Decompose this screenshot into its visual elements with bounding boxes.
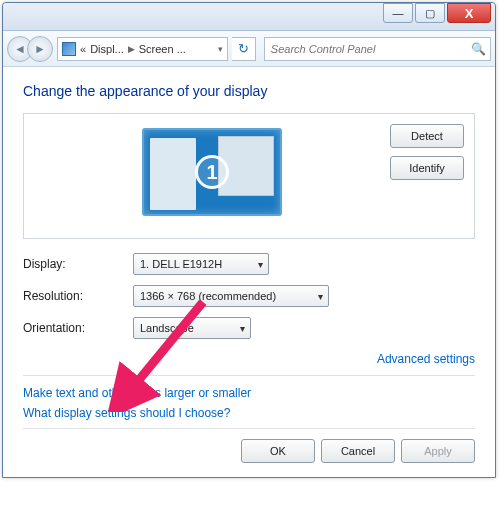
minimize-button[interactable]: — [383,3,413,23]
dialog-buttons: OK Cancel Apply [23,428,475,463]
breadcrumb-prefix: « [80,43,86,55]
monitor-thumbnail[interactable]: 1 [142,128,282,216]
nav-forward-button[interactable]: ► [27,36,53,62]
detect-button[interactable]: Detect [390,124,464,148]
refresh-button[interactable]: ↻ [232,37,256,61]
close-button[interactable]: X [447,3,491,23]
help-link[interactable]: What display settings should I choose? [23,406,475,420]
search-box[interactable]: 🔍 [264,37,491,61]
breadcrumb-seg-display[interactable]: Displ... [90,43,124,55]
breadcrumb[interactable]: « Displ... ▶ Screen ... ▾ [57,37,228,61]
identify-button[interactable]: Identify [390,156,464,180]
monitor-number-badge: 1 [195,155,229,189]
search-icon[interactable]: 🔍 [471,42,486,56]
ok-button[interactable]: OK [241,439,315,463]
orientation-label: Orientation: [23,321,133,335]
titlebar: — ▢ X [3,3,495,31]
page-title: Change the appearance of your display [23,83,475,99]
display-label: Display: [23,257,133,271]
search-input[interactable] [269,42,471,56]
chevron-right-icon: ▶ [128,44,135,54]
breadcrumb-seg-screen[interactable]: Screen ... [139,43,186,55]
resolution-dropdown[interactable]: 1366 × 768 (recommended) [133,285,329,307]
advanced-settings-link[interactable]: Advanced settings [377,352,475,366]
content-area: Change the appearance of your display 1 … [3,67,495,477]
control-panel-icon [62,42,76,56]
chevron-down-icon[interactable]: ▾ [218,44,223,54]
cancel-button[interactable]: Cancel [321,439,395,463]
divider [23,375,475,376]
control-panel-window: — ▢ X ◄ ► « Displ... ▶ Screen ... ▾ ↻ 🔍 … [2,2,496,478]
toolbar: ◄ ► « Displ... ▶ Screen ... ▾ ↻ 🔍 [3,31,495,67]
resolution-label: Resolution: [23,289,133,303]
maximize-button[interactable]: ▢ [415,3,445,23]
text-size-link[interactable]: Make text and other items larger or smal… [23,386,475,400]
apply-button[interactable]: Apply [401,439,475,463]
orientation-dropdown[interactable]: Landscape [133,317,251,339]
display-dropdown[interactable]: 1. DELL E1912H [133,253,269,275]
svg-line-0 [129,302,203,392]
display-preview-box: 1 Detect Identify [23,113,475,239]
